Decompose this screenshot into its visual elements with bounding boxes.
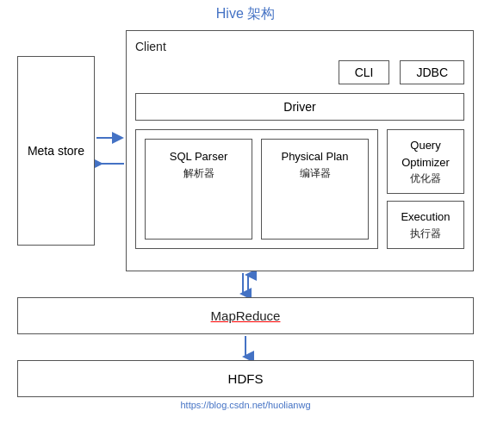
bottom-row: SQL Parser 解析器 Physical Plan 编译器 Query O… — [135, 129, 464, 249]
client-top-row: CLI JDBC — [135, 60, 464, 84]
client-label: Client — [135, 40, 464, 53]
meta-store-label: Meta store — [28, 144, 84, 158]
query-optimizer-en: Query Optimizer — [396, 137, 455, 171]
arrow-down-2 — [17, 334, 474, 360]
arrow-down-2-icon — [233, 334, 258, 360]
watermark: https://blog.csdn.net/huolianwg — [0, 400, 491, 410]
physical-plan-zh: 编译器 — [272, 165, 357, 181]
inner-components-box: SQL Parser 解析器 Physical Plan 编译器 — [135, 129, 378, 249]
meta-store-box: Meta store — [17, 56, 95, 246]
arrow-right-icon — [95, 128, 126, 148]
query-optimizer-box: Query Optimizer 优化器 — [387, 129, 464, 194]
physical-plan-en: Physical Plan — [272, 148, 357, 165]
query-optimizer-zh: 优化器 — [396, 171, 455, 186]
sql-parser-en: SQL Parser — [156, 148, 241, 165]
hdfs-box: HDFS — [17, 360, 474, 397]
page-title: Hive 架构 — [0, 0, 491, 30]
cli-box: CLI — [339, 60, 390, 84]
physical-plan-box: Physical Plan 编译器 — [261, 139, 369, 240]
sql-parser-zh: 解析器 — [156, 165, 241, 181]
client-outer-box: Client CLI JDBC Driver SQL Parser 解析器 Ph… — [126, 30, 474, 271]
right-components: Query Optimizer 优化器 Execution 执行器 — [387, 129, 464, 249]
sql-parser-box: SQL Parser 解析器 — [145, 139, 252, 240]
execution-zh: 执行器 — [396, 226, 455, 241]
arrow-left-icon — [95, 153, 126, 174]
arrow-mid-area — [95, 56, 126, 246]
execution-box: Execution 执行器 — [387, 201, 464, 249]
mapreduce-label: MapReduce — [211, 308, 281, 323]
jdbc-box: JDBC — [400, 60, 464, 84]
main-layout: Meta store Client CLI J — [0, 30, 491, 271]
driver-box: Driver — [135, 93, 464, 121]
arrow-down-1 — [17, 271, 474, 297]
execution-en: Execution — [396, 208, 455, 226]
hdfs-label: HDFS — [228, 371, 264, 386]
mapreduce-box: MapReduce — [17, 297, 474, 334]
arrow-down-1-icon — [228, 271, 263, 297]
